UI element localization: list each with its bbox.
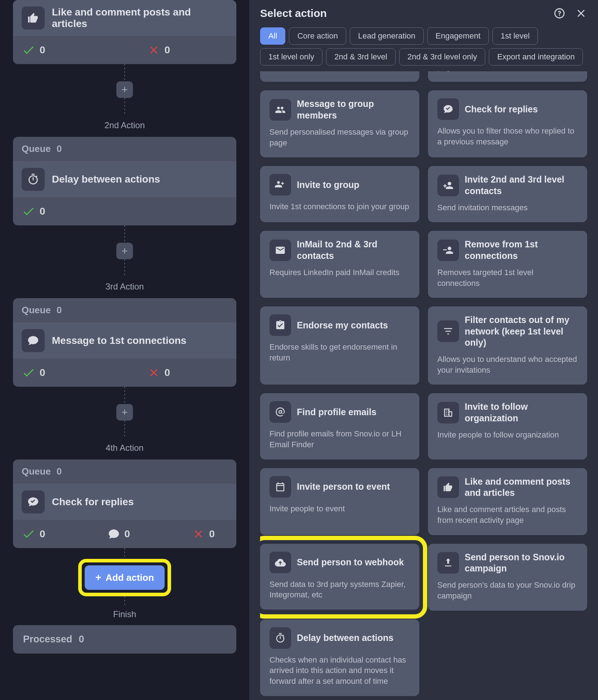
panel-title: Select action bbox=[260, 7, 327, 19]
filter-engagement[interactable]: Engagement bbox=[427, 27, 489, 45]
action-card-delay[interactable]: Queue 0 Delay between actions 0 bbox=[13, 137, 236, 225]
chat-icon bbox=[22, 329, 45, 352]
action-option-delay[interactable]: Delay between actions Checks when an ind… bbox=[260, 619, 419, 696]
filter-lead[interactable]: Lead generation bbox=[350, 27, 424, 45]
action-card-check-replies[interactable]: Queue 0 Check for replies 0 0 0 bbox=[13, 459, 236, 548]
stat-success: 0 bbox=[22, 366, 45, 380]
stopwatch-icon bbox=[269, 627, 291, 649]
action-option-find-emails[interactable]: Find profile emails Find profile emails … bbox=[260, 393, 419, 459]
filter-23[interactable]: 2nd & 3rd level bbox=[326, 48, 396, 66]
action-option-invite-group[interactable]: Invite to group Invite 1st connections t… bbox=[260, 166, 419, 222]
calendar-icon bbox=[269, 476, 291, 498]
stat-fail: 0 bbox=[148, 367, 228, 379]
plus-icon: + bbox=[95, 572, 101, 583]
action-option-snov[interactable]: Send person to Snov.io campaign Send per… bbox=[428, 544, 587, 611]
add-step-button-3[interactable]: + bbox=[116, 404, 133, 421]
action-option-invite-event[interactable]: Invite person to event Invite people to … bbox=[260, 468, 419, 535]
stat-success: 0 bbox=[22, 205, 45, 218]
add-action-button[interactable]: + Add action bbox=[85, 565, 165, 590]
section-label-2nd: 2nd Action bbox=[13, 115, 236, 137]
workflow-column: Like and comment posts and articles 0 0 … bbox=[0, 0, 249, 700]
processed-card: Processed 0 bbox=[13, 625, 236, 654]
action-option-message-group[interactable]: Message to group members Send personalis… bbox=[260, 90, 419, 157]
action-title: Check for replies bbox=[52, 496, 134, 508]
filter-1st[interactable]: 1st level bbox=[492, 27, 538, 45]
thumbs-up-icon bbox=[22, 6, 45, 30]
action-option-inmail[interactable]: InMail to 2nd & 3rd contacts Requires Li… bbox=[260, 231, 419, 298]
stat-success: 0 bbox=[22, 43, 45, 57]
group-add-icon bbox=[269, 174, 291, 196]
action-card-message-1st[interactable]: Queue 0 Message to 1st connections 0 0 bbox=[13, 298, 236, 387]
filter-1st-only[interactable]: 1st level only bbox=[260, 48, 322, 66]
filter-pills: All Core action Lead generation Engageme… bbox=[260, 27, 587, 71]
reply-check-icon bbox=[437, 98, 459, 120]
action-option-partial-left[interactable]: Send personalised messages bbox=[260, 71, 419, 82]
filter-23-only[interactable]: 2nd & 3rd level only bbox=[399, 48, 485, 66]
filter-core[interactable]: Core action bbox=[289, 27, 346, 45]
thumbs-up-icon bbox=[437, 476, 459, 498]
action-option-invite-23[interactable]: Invite 2nd and 3rd level contacts Send i… bbox=[428, 166, 587, 222]
add-step-button-2[interactable]: + bbox=[116, 243, 133, 259]
stat-success: 0 bbox=[22, 527, 45, 541]
action-option-filter-out[interactable]: Filter contacts out of my network (keep … bbox=[428, 306, 587, 385]
mail-icon bbox=[269, 239, 291, 261]
action-option-like-comment[interactable]: Like and comment posts and articles Like… bbox=[428, 468, 587, 535]
reply-check-icon bbox=[22, 490, 45, 513]
section-label-3rd: 3rd Action bbox=[13, 277, 236, 298]
help-icon[interactable] bbox=[553, 7, 566, 19]
select-action-panel: Select action All Core action Lead gener… bbox=[249, 0, 598, 700]
action-title: Delay between actions bbox=[52, 174, 160, 185]
building-add-icon bbox=[437, 402, 459, 423]
person-remove-icon bbox=[437, 239, 459, 261]
action-option-check-replies[interactable]: Check for replies Allows you to filter t… bbox=[428, 90, 587, 157]
cloud-upload-icon bbox=[269, 552, 291, 573]
section-label-4th: 4th Action bbox=[13, 438, 236, 459]
finish-label: Finish bbox=[13, 606, 236, 625]
add-step-button-1[interactable]: + bbox=[116, 81, 133, 98]
filter-export[interactable]: Export and integration bbox=[489, 48, 583, 66]
stat-fail: 0 bbox=[192, 528, 215, 540]
close-icon[interactable] bbox=[575, 7, 587, 19]
action-option-endorse[interactable]: Endorse my contacts Endorse skills to ge… bbox=[260, 306, 419, 385]
action-option-remove-1st[interactable]: Remove from 1st connections Removes targ… bbox=[428, 231, 587, 298]
add-action-highlight: + Add action bbox=[78, 559, 171, 596]
filter-all[interactable]: All bbox=[260, 27, 285, 45]
person-add-icon bbox=[437, 175, 459, 196]
stat-replies: 0 bbox=[108, 528, 130, 540]
stat-fail: 0 bbox=[148, 44, 228, 56]
export-icon bbox=[437, 552, 459, 574]
filter-icon bbox=[437, 320, 459, 342]
at-sign-icon bbox=[269, 401, 291, 423]
action-option-invite-follow[interactable]: Invite to follow organization Invite peo… bbox=[428, 393, 587, 459]
action-title: Like and comment posts and articles bbox=[52, 6, 228, 30]
action-title: Message to 1st connections bbox=[52, 335, 186, 346]
action-option-partial-right[interactable]: Send personalised messages via event pag… bbox=[428, 71, 587, 82]
action-option-webhook[interactable]: Send person to webhook Send data to 3rd … bbox=[260, 544, 419, 610]
webhook-highlight: Send person to webhook Send data to 3rd … bbox=[260, 536, 427, 619]
clipboard-check-icon bbox=[269, 314, 291, 336]
stopwatch-icon bbox=[22, 168, 45, 191]
group-icon bbox=[269, 99, 291, 121]
action-card-like-comment[interactable]: Like and comment posts and articles 0 0 bbox=[13, 0, 236, 64]
